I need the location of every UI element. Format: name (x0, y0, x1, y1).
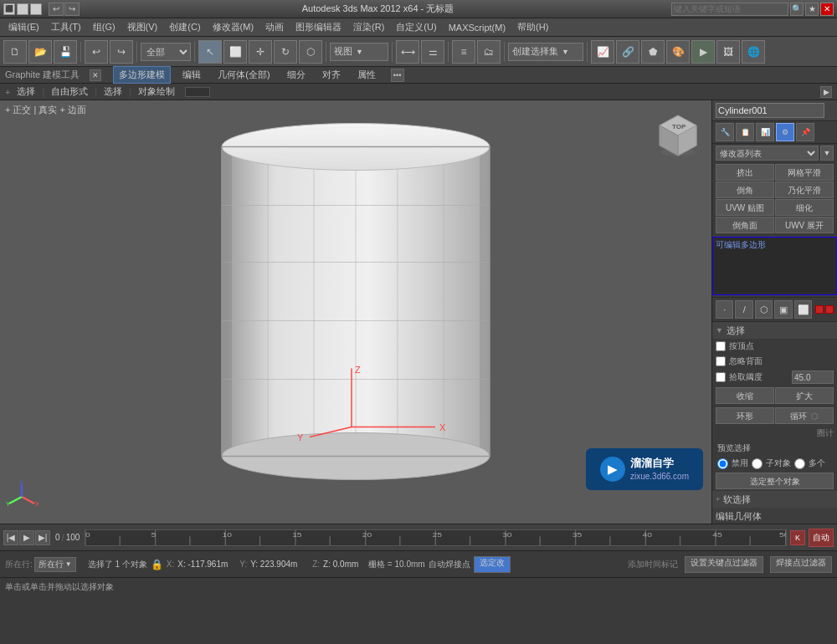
save-btn[interactable]: 💾 (54, 40, 77, 64)
graphite-item-edit[interactable]: 编辑 (177, 67, 206, 83)
graphite-item-poly[interactable]: 多边形建模 (113, 66, 171, 84)
schematic-btn[interactable]: 🔗 (616, 40, 639, 64)
window-icon-2[interactable] (17, 3, 28, 15)
select-tool-btn[interactable]: ↖ (198, 40, 222, 64)
face-icon[interactable]: ▣ (774, 300, 792, 319)
extrude-btn[interactable]: 挤出 (716, 164, 774, 181)
mod-icon-1[interactable]: 🔧 (716, 123, 734, 141)
chamfer-btn[interactable]: 倒角 (716, 181, 774, 198)
preselect-multi-radio[interactable] (794, 458, 805, 469)
axis-cube[interactable]: TOP (653, 109, 703, 159)
select-filter-dropdown[interactable]: 全部 (141, 43, 191, 61)
menu-item-maxscript[interactable]: MAXScript(M) (444, 21, 511, 34)
timeline-ruler[interactable]: 0 5 10 15 20 25 30 35 40 45 50 (85, 529, 787, 546)
menu-item-help[interactable]: 帮助(H) (512, 19, 553, 35)
grow-btn[interactable]: 扩大 (775, 387, 834, 404)
refine-btn[interactable]: 细化 (775, 199, 834, 216)
sub-item-select2[interactable]: 选择 (104, 85, 122, 98)
shrink-btn[interactable]: 收缩 (716, 387, 774, 404)
play-btn[interactable]: ▶ (19, 530, 34, 545)
select-region-btn[interactable]: ⬜ (223, 40, 247, 64)
threshold-value[interactable] (792, 371, 834, 384)
element-icon[interactable]: ⬜ (794, 300, 812, 319)
graphite-item-subdiv[interactable]: 细分 (282, 67, 311, 83)
menu-item-group[interactable]: 组(G) (88, 19, 121, 35)
modifier-list-arrow[interactable]: ▼ (820, 146, 834, 161)
render-btn[interactable]: ▶ (691, 40, 715, 64)
search-input[interactable] (671, 3, 788, 16)
menu-item-edit[interactable]: 编辑(E) (3, 19, 44, 35)
move-btn[interactable]: ✛ (249, 40, 272, 64)
menu-item-views[interactable]: 视图(V) (122, 19, 163, 35)
sub-item-select[interactable]: 选择 (17, 85, 35, 98)
menu-item-customize[interactable]: 自定义(U) (391, 19, 441, 35)
threshold-btn[interactable]: 选定改 (474, 556, 511, 573)
curve-editor-btn[interactable]: 📈 (591, 40, 614, 64)
reference-coord[interactable]: 视图 ▼ (330, 43, 388, 61)
ignore-back-checkbox[interactable] (716, 356, 726, 366)
menu-item-graph-editor[interactable]: 图形编辑器 (290, 19, 347, 35)
material-editor-btn[interactable]: ⬟ (641, 40, 665, 64)
edge-icon[interactable]: / (735, 300, 752, 319)
ring-btn[interactable]: 环形 (716, 407, 774, 424)
mod-icon-3[interactable]: 📊 (756, 123, 774, 141)
select-section-header[interactable]: ▼ 选择 (712, 322, 837, 339)
preselect-disabled-radio[interactable] (717, 458, 728, 469)
uvw-map-btn[interactable]: UVW 贴图 (716, 199, 774, 216)
edit-geom-header[interactable]: 编辑几何体 (712, 508, 837, 524)
border-icon[interactable]: ⬡ (755, 300, 773, 319)
scene-explorer-btn[interactable]: 🗂 (477, 40, 501, 64)
mod-icon-4[interactable]: ⚙ (776, 123, 794, 141)
redo-tb-btn[interactable]: ↪ (110, 40, 133, 64)
graphite-item-props[interactable]: 属性 (352, 67, 381, 83)
threshold-checkbox[interactable] (716, 372, 726, 382)
menu-item-animation[interactable]: 动画 (260, 19, 289, 35)
new-btn[interactable]: 🗋 (3, 40, 27, 64)
select-named-btn[interactable]: 创建选择集 ▼ (508, 43, 583, 61)
set-filter-btn[interactable]: 设置关键点过滤器 (685, 556, 763, 573)
poly-smooth-btn[interactable]: 乃化平滑 (775, 181, 834, 198)
align-btn[interactable]: ⚌ (421, 40, 444, 64)
render-setup-btn[interactable]: 🎨 (666, 40, 690, 64)
loop-btn[interactable]: 循环 ⬡ (775, 407, 834, 424)
weld-pts-btn[interactable]: 焊接点过滤器 (770, 556, 832, 573)
graphite-item-align[interactable]: 对齐 (317, 67, 346, 83)
mod-icon-5[interactable]: 📌 (796, 123, 814, 141)
menu-item-modifiers[interactable]: 修改器(M) (208, 19, 259, 35)
layer-btn[interactable]: ≡ (452, 40, 475, 64)
select-all-btn[interactable]: 选定整个对象 (716, 473, 834, 489)
auto-key-btn[interactable]: 自动 (809, 529, 834, 547)
enviroment-btn[interactable]: 🌐 (742, 40, 765, 64)
mode-dropdown[interactable]: 所在行 ▼ (34, 557, 76, 572)
mirror-btn[interactable]: ⟷ (396, 40, 419, 64)
rotate-btn[interactable]: ↻ (274, 40, 297, 64)
menu-item-render[interactable]: 渲染(R) (348, 19, 389, 35)
vertex-icon[interactable]: · (716, 300, 733, 319)
object-name-input[interactable] (716, 103, 824, 118)
graphite-close[interactable]: ✕ (90, 69, 101, 81)
mesh-smooth-btn[interactable]: 网格平滑 (775, 164, 834, 181)
sub-item-freestyle[interactable]: 自由形式 (51, 85, 88, 98)
sub-item-object[interactable]: 对象绘制 (138, 85, 175, 98)
window-icon-1[interactable]: ⬛ (3, 3, 15, 15)
modifier-list-select[interactable]: 修改器列表 (716, 146, 819, 161)
undo-tb-btn[interactable]: ↩ (85, 40, 108, 64)
uvw-unwrap-btn[interactable]: UWV 展开 (775, 217, 834, 233)
preselect-subobj-radio[interactable] (752, 458, 763, 469)
menu-item-create[interactable]: 创建(C) (164, 19, 205, 35)
scale-btn[interactable]: ⬡ (299, 40, 322, 64)
viewport[interactable]: + 正交 | 真实 + 边面 (0, 100, 711, 524)
lock-icon[interactable]: 🔒 (151, 559, 163, 570)
window-icon-3[interactable] (30, 3, 42, 15)
graphite-dot-menu[interactable]: ••• (391, 69, 404, 82)
graphite-item-geom[interactable]: 几何体(全部) (213, 67, 275, 83)
set-key-btn[interactable]: K (790, 530, 805, 545)
menu-item-tools[interactable]: 工具(T) (46, 19, 86, 35)
redo-btn[interactable]: ↪ (64, 3, 80, 16)
open-btn[interactable]: 📂 (28, 40, 52, 64)
search-icon[interactable]: 🔍 (790, 3, 804, 16)
undo-btn[interactable]: ↩ (49, 3, 64, 16)
flip-btn[interactable]: 倒角面 (716, 217, 774, 233)
mod-icon-2[interactable]: 📋 (736, 123, 754, 141)
by-vertex-checkbox[interactable] (716, 341, 726, 351)
